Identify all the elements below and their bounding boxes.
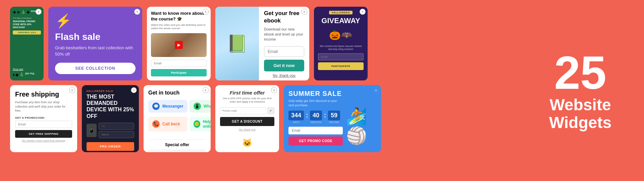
days-number: 344: [288, 111, 304, 120]
firstoffer-no-thanks[interactable]: No, thank you: [239, 128, 255, 131]
course-description: Watch the video and you will definitely …: [151, 23, 207, 31]
ebook-get-button[interactable]: Get it now: [264, 60, 304, 71]
close-flash-button[interactable]: ×: [134, 9, 140, 15]
summer-inner: SUMMER SALE Only today get 15% discount …: [288, 90, 376, 145]
halloween-sale-badge: HALLOWEEN SALE: [87, 90, 134, 92]
subscribe-text: Subscribe to the newsletter and get 10% …: [161, 152, 203, 152]
summer-beach-illustration: 🏄🏐: [346, 90, 376, 145]
callback-label: Call beck: [162, 122, 180, 126]
messenger-label: Messanger: [162, 104, 183, 109]
row-1: × ✚❄🎄✚ ✦FUL ✦✦ Merry Christmas SEASONAL …: [10, 7, 521, 80]
get-discount-button[interactable]: GET A DISCOUNT: [220, 117, 274, 126]
phone-icon: 📱: [87, 124, 97, 137]
get-promo-code-button[interactable]: GET PROMO CODE: [288, 136, 343, 145]
close-halloween-sale-button[interactable]: ×: [131, 87, 137, 93]
messenger-button[interactable]: 💬 Messanger: [148, 100, 187, 113]
firstoffer-description: Get a 20% OFF promo code for your first …: [220, 97, 274, 104]
contact-buttons-grid: 💬 Messanger 📱 Whatsapp 📞 Call beck 🙂 Hel…: [148, 100, 206, 133]
close-christmas-button[interactable]: ×: [36, 9, 42, 15]
ebook-email-input[interactable]: [264, 46, 304, 57]
messenger-icon: 💬: [152, 103, 160, 110]
subtitle-line1: Website: [549, 96, 611, 114]
callback-button[interactable]: 📞 Call beck: [148, 117, 187, 131]
christmas-shop-link[interactable]: Shop sale: [13, 68, 41, 70]
shipping-email-input[interactable]: [15, 121, 72, 128]
cat-illustration: 🐱: [242, 138, 252, 147]
play-button[interactable]: ▶: [175, 41, 183, 49]
shipping-promo-label: GET A PROMOCODE:: [15, 116, 72, 119]
summer-content: SUMMER SALE Only today get 15% discount …: [288, 90, 343, 145]
summer-email-input[interactable]: [288, 127, 343, 134]
course-email-input[interactable]: [151, 60, 207, 67]
subscribe-row: 🎁 Subscribe to the newsletter and get 10…: [148, 149, 206, 152]
christmas-promo-text: SEASONAL PROMO CODE WITH 20% DISCOUNT: [13, 20, 41, 29]
flash-sale-title: Flash sale: [55, 32, 136, 42]
row-2: × Free shipping Purchase any item from o…: [10, 85, 521, 152]
halloween-scene: 🎃🦇: [318, 26, 364, 43]
widget-christmas: × ✚❄🎄✚ ✦FUL ✦✦ Merry Christmas SEASONAL …: [10, 7, 44, 80]
widget-contact: × Get in touch 💬 Messanger 📱 Whatsapp 📞 …: [144, 85, 211, 152]
ebook-image: 📗: [215, 7, 259, 80]
promo-code-row: ✓: [220, 107, 274, 114]
big-subtitle: Website Widgets: [549, 96, 611, 132]
ebook-content: Get your free ebook Download our new ebo…: [259, 7, 309, 80]
course-title: Want to know more about the course? 🎓: [151, 11, 207, 22]
whatsapp-button[interactable]: 📱 Whatsapp: [190, 100, 211, 113]
course-video-thumb[interactable]: ▶: [151, 33, 207, 57]
countdown-row: 344 DAYS : 40 MINUTES : 59 SECON: [288, 111, 343, 123]
summer-sale-title: SUMMER SALE: [288, 90, 343, 98]
book-icon: 📗: [227, 34, 248, 53]
shipping-description: Purchase any item from our shop collecti…: [15, 100, 72, 113]
flash-sale-description: Grab bestsellers from last collection wi…: [55, 45, 136, 57]
close-shipping-button[interactable]: ×: [69, 87, 75, 93]
countdown-days: 344 DAYS: [288, 111, 304, 123]
shipping-no-thanks[interactable]: No, thanks I don't want free shipping: [15, 139, 72, 142]
halloween-participate-button[interactable]: PARTISIPATE: [318, 62, 364, 70]
lightning-icon: ⚡: [55, 13, 136, 29]
halloween-preorder-button[interactable]: PRE-ORDER: [87, 142, 134, 151]
close-summer-button[interactable]: ×: [373, 87, 379, 93]
widgets-grid: × ✚❄🎄✚ ✦FUL ✦✦ Merry Christmas SEASONAL …: [10, 7, 521, 174]
halloween-give-description: Win a brand new Dyson vacuum cleaner and…: [318, 45, 364, 51]
close-course-button[interactable]: ×: [203, 9, 209, 15]
whatsapp-label: Whatsapp: [204, 104, 211, 109]
halloween-phone-input[interactable]: [99, 123, 134, 130]
ebook-description: Download our new ebook and level up your…: [264, 27, 304, 42]
right-text-panel: 25 Website Widgets: [527, 7, 634, 174]
countdown-sep-1: :: [306, 111, 308, 119]
course-participate-button[interactable]: Participate: [151, 69, 207, 76]
big-number: 25: [554, 49, 606, 96]
ebook-no-thanks[interactable]: No, thank you: [264, 73, 304, 77]
whatsapp-icon: 📱: [194, 103, 201, 110]
halloween-phone-row: 📱: [87, 123, 134, 138]
get-free-shipping-button[interactable]: GET FREE SHIPPING: [15, 130, 72, 138]
special-offer-title: Special offer: [148, 142, 206, 147]
ebook-title: Get your free ebook: [264, 10, 304, 24]
christmas-icons-bottom: ♦◆🎄 JOY FUL: [13, 72, 41, 77]
widget-free-shipping: × Free shipping Purchase any item from o…: [10, 85, 77, 152]
help-online-button[interactable]: 🙂 Help online: [190, 117, 211, 131]
callback-icon: 📞: [152, 120, 160, 128]
halloween-form-fields: [99, 123, 134, 138]
widget-flash-sale: × ⚡ Flash sale Grab bestsellers from las…: [48, 7, 142, 80]
firstoffer-title: First time offer: [230, 90, 265, 96]
halloween-give-email-input[interactable]: [318, 53, 364, 60]
see-collection-button[interactable]: SEE COLLECTION: [55, 63, 136, 74]
christmas-subtitle: ✦✦ Merry Christmas: [13, 17, 41, 19]
close-firstoffer-button[interactable]: ×: [271, 87, 277, 93]
close-ebook-button[interactable]: ×: [301, 9, 307, 15]
widget-first-offer: × First time offer Get a 20% OFF promo c…: [215, 85, 279, 152]
halloween-badge: HALLOWEEN: [329, 11, 353, 14]
main-container: × ✚❄🎄✚ ✦FUL ✦✦ Merry Christmas SEASONAL …: [0, 0, 644, 181]
countdown-sep-2: :: [324, 111, 326, 119]
halloween-name-input[interactable]: [99, 131, 134, 138]
widget-summer-sale: × SUMMER SALE Only today get 15% discoun…: [284, 85, 381, 152]
hours-label: MINUTES: [310, 121, 322, 123]
close-contact-button[interactable]: ×: [203, 87, 209, 93]
seconds-label: SECOND: [328, 121, 340, 123]
video-background: ▶: [151, 33, 207, 57]
widget-halloween-sale: × HALLOWEEN SALE THE MOST DEMANDED DEVIC…: [82, 85, 139, 152]
close-halloween-give-button[interactable]: ×: [360, 9, 366, 15]
promo-code-input[interactable]: [220, 107, 266, 114]
promo-apply-button[interactable]: ✓: [267, 107, 274, 114]
